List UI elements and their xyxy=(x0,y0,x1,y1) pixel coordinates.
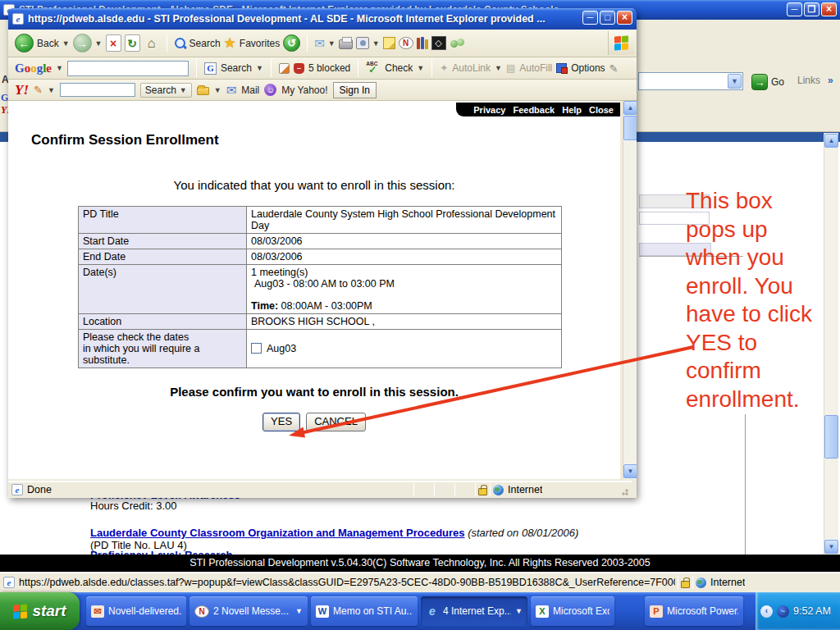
google-search-input[interactable] xyxy=(67,61,189,76)
help-link[interactable]: Help xyxy=(562,105,582,115)
options-icon[interactable] xyxy=(556,63,567,73)
mail-dropdown-icon[interactable]: ▼ xyxy=(328,39,336,48)
refresh-icon[interactable]: ↻ xyxy=(125,34,140,52)
google-dropdown-icon[interactable]: ▼ xyxy=(56,64,63,72)
highlighter-pen-icon[interactable]: ✎ xyxy=(609,62,619,75)
version-bar: STI Professional Development v.5.04.30(C… xyxy=(0,555,840,572)
feedback-link[interactable]: Feedback xyxy=(513,105,555,115)
yes-button[interactable]: YES xyxy=(262,413,300,431)
stop-icon[interactable]: × xyxy=(106,34,121,52)
yahoo-pencil-dropdown-icon[interactable]: ▼ xyxy=(48,86,55,94)
main-minimize-button[interactable]: ─ xyxy=(787,2,802,16)
forward-dropdown-icon[interactable]: ▼ xyxy=(95,39,103,48)
yahoo-search-button[interactable]: Search xyxy=(145,84,176,96)
google-logo[interactable]: Google xyxy=(15,62,52,75)
scroll-down-icon[interactable]: ▼ xyxy=(824,540,838,554)
go-arrow-icon[interactable]: → xyxy=(751,74,768,90)
windows-flag-icon xyxy=(614,35,628,50)
favorites-button[interactable]: Favorites xyxy=(240,38,280,49)
folder-dropdown-icon[interactable]: ▼ xyxy=(214,86,221,94)
taskbar-item-word-memo[interactable]: W Memo on STI Au... xyxy=(311,596,418,626)
google-toolbar: Google ▼ G Search ▼ – 5 blocked ABC✓ Che… xyxy=(8,57,637,80)
google-search-button[interactable]: Search xyxy=(221,62,252,74)
cancel-button[interactable]: CANCEL xyxy=(306,413,366,431)
combo-dropdown-icon[interactable]: ▼ xyxy=(728,74,742,89)
yahoo-mail-button[interactable]: Mail xyxy=(241,84,259,96)
scroll-up-icon[interactable]: ▲ xyxy=(623,101,637,115)
start-button[interactable]: start xyxy=(0,592,80,630)
popup-minimize-button[interactable]: ─ xyxy=(582,11,598,25)
back-icon[interactable]: ← xyxy=(15,34,34,52)
mail-icon[interactable]: ✉ xyxy=(314,36,325,51)
taskbar-item-novell-mail[interactable]: ✉ Novell-delivered... xyxy=(86,596,186,626)
main-restore-button[interactable]: ❐ xyxy=(804,2,819,16)
yahoo-search-input[interactable] xyxy=(60,83,135,97)
row-value: 08/03/2006 xyxy=(247,234,562,249)
history-icon[interactable]: ↺ xyxy=(283,34,300,52)
check-button[interactable]: Check xyxy=(385,62,413,74)
options-button[interactable]: Options xyxy=(571,62,605,74)
edit-dropdown-icon[interactable]: ▼ xyxy=(372,39,380,48)
popup-maximize-button[interactable]: □ xyxy=(600,11,615,25)
research-books-icon[interactable] xyxy=(417,37,428,49)
taskbar-item-excel[interactable]: X Microsoft Excel xyxy=(531,596,614,626)
yahoo-mail-icon[interactable]: ✉ xyxy=(226,83,237,98)
dropdown-arrow-icon[interactable]: ▼ xyxy=(295,607,303,615)
news-icon[interactable] xyxy=(279,63,290,74)
address-combo[interactable]: ▼ xyxy=(638,72,743,90)
check-dropdown-icon[interactable]: ▼ xyxy=(417,64,424,72)
edit-icon[interactable] xyxy=(356,37,369,49)
session-link[interactable]: Lauderdale County Classroom Organization… xyxy=(90,527,465,539)
yahoo-logo[interactable]: Y! xyxy=(15,82,29,98)
autolink-icon[interactable]: ✦ xyxy=(440,62,448,74)
messenger-diamond-icon[interactable]: ◇ xyxy=(431,36,446,50)
popup-titlebar[interactable]: e https://pdweb.alsde.edu - STI Professi… xyxy=(8,8,637,30)
yahoo-sign-in-button[interactable]: Sign In xyxy=(333,82,377,98)
scroll-down-icon[interactable]: ▼ xyxy=(623,464,637,478)
tray-collapse-icon[interactable]: ‹ xyxy=(760,605,773,618)
back-dropdown-icon[interactable]: ▼ xyxy=(62,39,70,48)
favorites-star-icon[interactable]: ★ xyxy=(224,34,236,52)
discuss-note-icon[interactable] xyxy=(383,37,395,49)
print-icon[interactable] xyxy=(339,39,353,49)
search-button[interactable]: Search xyxy=(189,38,221,49)
main-close-button[interactable]: × xyxy=(821,2,837,16)
popup-close-button[interactable]: × xyxy=(617,11,632,25)
autolink-button[interactable]: AutoLink xyxy=(452,62,491,74)
yahoo-search-dropdown-icon[interactable]: ▼ xyxy=(180,86,187,94)
substitute-checkbox[interactable] xyxy=(251,343,262,354)
popup-scrollbar[interactable]: ▲ ▼ xyxy=(623,101,637,479)
links-label[interactable]: Links xyxy=(797,75,820,86)
privacy-link[interactable]: Privacy xyxy=(473,105,505,115)
forward-icon[interactable]: → xyxy=(73,34,92,52)
taskbar-item-novell-messenger[interactable]: N 2 Novell Messe... ▼ xyxy=(189,596,308,626)
autofill-button[interactable]: AutoFill xyxy=(519,62,552,74)
autofill-icon[interactable]: ▤ xyxy=(506,62,515,74)
back-button[interactable]: Back xyxy=(37,38,59,49)
links-chevron-icon[interactable]: » xyxy=(828,75,833,86)
taskbar-item-internet-explorer[interactable]: e 4 Internet Exp... ▼ xyxy=(421,596,527,626)
taskbar-item-powerpoint[interactable]: P Microsoft Power... xyxy=(645,596,743,626)
resize-grip[interactable] xyxy=(621,486,631,496)
popup-blocker-icon[interactable]: – xyxy=(294,63,304,74)
spellcheck-icon[interactable]: ABC✓ xyxy=(366,62,381,75)
main-scrollbar-thumb[interactable] xyxy=(824,415,838,459)
blocked-count-label[interactable]: 5 blocked xyxy=(308,62,350,74)
search-icon[interactable] xyxy=(174,37,186,49)
messenger-buddies-icon[interactable] xyxy=(450,37,466,50)
home-icon[interactable]: ⌂ xyxy=(144,34,160,52)
autolink-dropdown-icon[interactable]: ▼ xyxy=(495,64,502,72)
go-button[interactable]: Go xyxy=(771,76,784,88)
dropdown-arrow-icon[interactable]: ▼ xyxy=(515,607,523,615)
popup-scrollbar-thumb[interactable] xyxy=(623,116,637,140)
annotation-text: This box pops up when you enroll. You ha… xyxy=(686,187,838,413)
yahoo-bookmarks-folder-icon[interactable] xyxy=(197,87,209,95)
novell-messenger-icon[interactable]: N xyxy=(399,37,413,49)
scroll-up-icon[interactable]: ▲ xyxy=(824,134,838,148)
table-row: PD Title Lauderdale County System High S… xyxy=(79,207,562,234)
my-yahoo-button[interactable]: My Yahoo! xyxy=(281,84,327,96)
network-status-icon[interactable]: ~ xyxy=(777,605,789,618)
google-search-dropdown-icon[interactable]: ▼ xyxy=(256,64,263,72)
close-link[interactable]: Close xyxy=(589,105,614,115)
yahoo-pencil-icon[interactable]: ✎ xyxy=(34,84,43,96)
